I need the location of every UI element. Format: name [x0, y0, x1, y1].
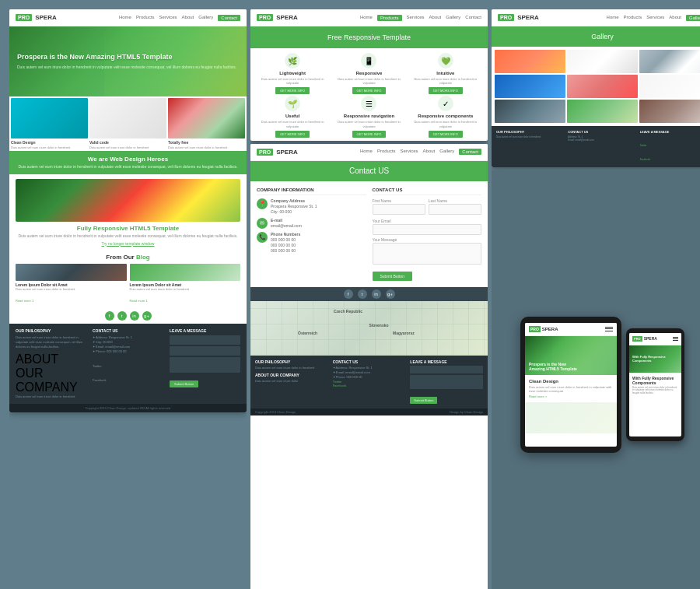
intuitive-icon: 💚	[438, 53, 453, 68]
col2-philosophy-text: Duis autem vel eum iriure dolor in hendr…	[255, 366, 328, 370]
col2-nav-about[interactable]: About	[429, 15, 442, 21]
col3-nav-products[interactable]: Products	[624, 15, 642, 21]
msg-input-2[interactable]	[170, 346, 240, 356]
col2-submit-btn[interactable]: Submit Button	[410, 397, 437, 404]
footer-contact-title: CONTACT US	[93, 328, 163, 333]
col1-header: PRO SPERA Home Products Services About G…	[9, 9, 247, 26]
last-name-input[interactable]	[429, 204, 481, 215]
col3-nav-about[interactable]: About	[669, 15, 681, 21]
gallery-thumb-7[interactable]	[495, 100, 565, 123]
col2-facebook-link[interactable]: Facebook	[333, 384, 406, 387]
feature-responsive-desc: Duis autem vel eum iriure dolor in hendr…	[331, 77, 406, 85]
gallery-thumb-5[interactable]	[567, 75, 638, 98]
col2-msg-input-1[interactable]	[410, 366, 483, 373]
gallery-thumb-6[interactable]	[639, 75, 700, 98]
nav-home[interactable]: Home	[119, 15, 131, 21]
useful-btn[interactable]: GET MORE INFO	[275, 131, 310, 138]
nav-services[interactable]: Services	[159, 15, 177, 21]
gallery-thumb-2[interactable]	[567, 50, 638, 73]
phone-desc: Duis autem vel eum iriure dolor in hendr…	[632, 387, 678, 396]
first-name-input[interactable]	[373, 204, 425, 215]
social-bar-in[interactable]: in	[372, 289, 381, 299]
col2-nav-services[interactable]: Services	[407, 15, 425, 21]
responsive-btn[interactable]: GET MORE INFO	[352, 87, 387, 94]
thumb-img-3	[168, 98, 245, 138]
gallery-thumb-4[interactable]	[495, 75, 565, 98]
phone-logo-name: SPERA	[644, 336, 657, 341]
lightweight-btn[interactable]: GET MORE INFO	[275, 87, 310, 94]
col2-message-title: LEAVE A MESSAGE	[410, 359, 483, 364]
col3-nav-gallery[interactable]: Gallery	[686, 15, 700, 21]
feature-components: ✓ Responsive components Duis autem vel e…	[408, 96, 483, 137]
col2-contact-card: PRO SPERA Home Products Services About G…	[250, 144, 488, 589]
gallery-thumb-1[interactable]	[495, 50, 565, 73]
thumb-caption-3: Totally free	[168, 138, 245, 145]
hero-title: Prospera is the New Amazing HTML5 Templa…	[17, 53, 236, 62]
nav-products[interactable]: Products	[136, 15, 155, 21]
cn-products[interactable]: Products	[377, 149, 396, 155]
footer-submit-btn[interactable]: Submit Button	[170, 380, 198, 387]
social-fb[interactable]: f	[105, 311, 114, 321]
blog-title: From Our Blog	[16, 254, 240, 261]
tablet-logo-name: SPERA	[542, 327, 558, 331]
email-text: E-mail email@email.com	[271, 218, 302, 229]
fruit-link[interactable]: Try no longer template window	[16, 241, 240, 246]
col2-nav-products[interactable]: Products	[377, 15, 402, 21]
tablet-hamburger-icon[interactable]	[605, 327, 613, 331]
main-container: PRO SPERA Home Products Services About G…	[0, 0, 700, 589]
social-bar-tw[interactable]: t	[358, 289, 367, 299]
cn-services[interactable]: Services	[401, 149, 418, 155]
cn-about[interactable]: About	[423, 149, 436, 155]
col1-footer: OUR PHILOSOPHY Duis autem vel eum iriure…	[9, 324, 247, 404]
gallery-footer-facebook[interactable]: Facebook	[640, 158, 650, 161]
col2-msg-textarea[interactable]	[410, 375, 483, 389]
nav-gallery[interactable]: Gallery	[198, 15, 213, 21]
nav-about[interactable]: About	[182, 15, 194, 21]
cn-gallery[interactable]: Gallery	[439, 149, 454, 155]
msg-textarea[interactable]	[170, 357, 240, 373]
nav-btn[interactable]: GET MORE INFO	[352, 131, 387, 138]
cn-contact[interactable]: Contact	[459, 149, 481, 155]
read-more-2[interactable]: Read more 1	[130, 299, 148, 303]
components-btn[interactable]: GET MORE INFO	[429, 131, 463, 138]
col2-about-title: ABOUT OUR COMPANY	[255, 373, 328, 377]
social-bar-gp[interactable]: g+	[386, 289, 395, 299]
gallery-footer-philosophy-title: OUR PHILOSOPHY	[496, 130, 565, 134]
gallery-footer-contact: CONTACT US Address: St. 1Email: email@em…	[568, 130, 636, 163]
social-in[interactable]: in	[130, 311, 139, 321]
social-bar-fb[interactable]: f	[344, 289, 353, 299]
feature-useful: 🌱 Useful Duis autem vel eum iriure dolor…	[255, 96, 330, 137]
gallery-thumb-3[interactable]	[639, 50, 700, 73]
phone-hero-text: With Fully ResponsiveComponents	[632, 355, 666, 363]
gallery-thumb-9[interactable]	[639, 100, 700, 123]
gallery-thumb-8[interactable]	[567, 100, 638, 123]
col2-nav-gallery[interactable]: Gallery	[446, 15, 460, 21]
contact-submit-btn[interactable]: Submit Button	[373, 272, 412, 281]
col3-nav-services[interactable]: Services	[646, 15, 664, 21]
map-background: Czech Republic Slovensko Österreich Magy…	[250, 301, 488, 356]
read-more-1[interactable]: Read more 1	[16, 299, 33, 303]
phone-hamburger-icon[interactable]	[673, 337, 678, 341]
tablet-read-more[interactable]: Read more >	[529, 394, 613, 398]
intuitive-btn[interactable]: GET MORE INFO	[429, 87, 463, 94]
phone-logo-pro: PRO	[632, 336, 642, 342]
col2-nav-home[interactable]: Home	[360, 15, 373, 21]
col3-nav-home[interactable]: Home	[607, 15, 619, 21]
gallery-footer-message: LEAVE A MESSAGE Twitter Facebook	[640, 130, 700, 163]
social-tw[interactable]: t	[117, 311, 127, 321]
cn-home[interactable]: Home	[360, 149, 373, 155]
nav-contact[interactable]: Contact	[218, 15, 240, 21]
feature-useful-title: Useful	[285, 114, 299, 118]
social-gp[interactable]: g+	[142, 311, 152, 321]
gallery-footer-twitter[interactable]: Twitter	[640, 144, 647, 147]
tablet-header: PRO SPERA	[525, 323, 617, 336]
col1-logo-pro: PRO	[16, 14, 32, 21]
contact-left: COMPANY INFORMATION 📍 Company Address Pr…	[257, 188, 366, 281]
hero-text: Prospera is the New Amazing HTML5 Templa…	[17, 53, 236, 71]
message-textarea[interactable]	[373, 243, 482, 265]
email-form-input[interactable]	[373, 224, 482, 235]
msg-input-1[interactable]	[170, 335, 240, 345]
col2-nav-contact[interactable]: Contact	[465, 15, 481, 21]
lightweight-icon: 🌿	[285, 53, 300, 68]
thumb-img-1	[11, 98, 88, 138]
